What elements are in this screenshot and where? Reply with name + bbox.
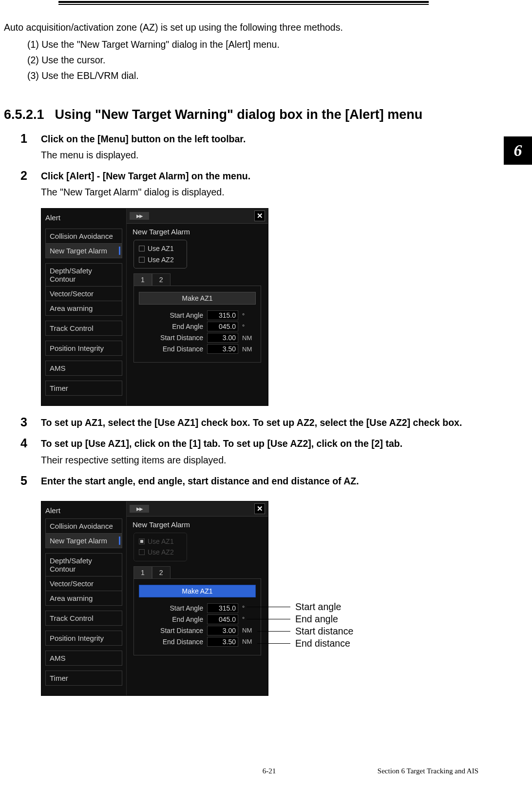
start-distance-input[interactable]: 3.00 bbox=[207, 626, 238, 635]
callout-start-distance: Start distance bbox=[295, 626, 353, 637]
use-az-panel: Use AZ1 Use AZ2 bbox=[133, 240, 187, 269]
use-az-panel: Use AZ1 Use AZ2 bbox=[133, 533, 187, 561]
sidebar-item-vector[interactable]: Vector/Sector bbox=[46, 287, 122, 301]
step-number: 1 bbox=[20, 131, 30, 163]
tab-2[interactable]: 2 bbox=[152, 566, 171, 578]
use-az1-checkbox[interactable] bbox=[139, 246, 145, 251]
unit-nm: NM bbox=[242, 346, 256, 353]
sidebar-item-collision[interactable]: Collision Avoidance bbox=[46, 229, 122, 244]
callout-line bbox=[257, 631, 290, 632]
end-distance-label: End Distance bbox=[145, 638, 203, 646]
use-az1-label: Use AZ1 bbox=[148, 243, 174, 254]
end-distance-input[interactable]: 3.50 bbox=[207, 344, 238, 354]
start-angle-label: Start Angle bbox=[145, 604, 203, 612]
page-footer: 6-21 Section 6 Target Tracking and AIS bbox=[0, 767, 532, 775]
footer-section: Section 6 Target Tracking and AIS bbox=[378, 767, 478, 775]
step-3-title: To set up AZ1, select the [Use AZ1] chec… bbox=[41, 415, 483, 431]
intro-line: Auto acquisition/activation zone (AZ) is… bbox=[4, 19, 483, 36]
unit-nm: NM bbox=[242, 334, 256, 342]
callout-line bbox=[247, 619, 290, 619]
section-heading: 6.5.2.1 Using "New Target Warning" dialo… bbox=[4, 107, 483, 122]
unit-nm: NM bbox=[242, 638, 256, 645]
callout-line bbox=[247, 607, 290, 607]
sidebar-item-track[interactable]: Track Control bbox=[46, 321, 122, 335]
start-distance-label: Start Distance bbox=[145, 627, 203, 634]
unit-deg: ° bbox=[242, 323, 256, 330]
dialog-subtitle: New Target Alarm bbox=[127, 517, 268, 533]
step-1-title: Click on the [Menu] button on the left t… bbox=[41, 131, 483, 147]
sidebar-item-depth[interactable]: Depth/Safety Contour bbox=[46, 554, 122, 576]
dialog-new-target-alarm: Alert Collision Avoidance New Target Ala… bbox=[41, 208, 268, 406]
step-number: 3 bbox=[20, 415, 30, 431]
use-az2-checkbox[interactable] bbox=[139, 549, 145, 555]
start-angle-input[interactable]: 315.0 bbox=[207, 310, 238, 320]
use-az1-checkbox[interactable] bbox=[139, 538, 145, 544]
sidebar-item-timer[interactable]: Timer bbox=[46, 671, 122, 685]
sidebar-item-position[interactable]: Position Integrity bbox=[46, 631, 122, 645]
end-angle-input[interactable]: 045.0 bbox=[207, 322, 238, 331]
step-4-text: Their respective setting items are displ… bbox=[41, 452, 483, 468]
sidebar-item-vector[interactable]: Vector/Sector bbox=[46, 576, 122, 591]
step-1-text: The menu is displayed. bbox=[41, 147, 483, 163]
end-distance-input[interactable]: 3.50 bbox=[207, 637, 238, 647]
expand-icon[interactable]: ▸▸ bbox=[130, 212, 149, 220]
step-2-text: The "New Target Alarm" dialog is display… bbox=[41, 184, 483, 200]
tab-1[interactable]: 1 bbox=[133, 273, 152, 286]
sidebar-item-depth[interactable]: Depth/Safety Contour bbox=[46, 264, 122, 287]
top-rule-thick bbox=[58, 1, 429, 3]
sidebar-item-new-target-alarm[interactable]: New Target Alarm bbox=[46, 534, 122, 548]
sidebar-item-timer[interactable]: Timer bbox=[46, 381, 122, 395]
callout-end-distance: End distance bbox=[295, 638, 350, 649]
use-az2-checkbox[interactable] bbox=[139, 257, 145, 263]
start-distance-input[interactable]: 3.00 bbox=[207, 333, 238, 343]
unit-deg: ° bbox=[242, 604, 256, 612]
section-heading-text: Using "New Target Warning" dialog box in… bbox=[55, 107, 423, 122]
sidebar-item-collision[interactable]: Collision Avoidance bbox=[46, 519, 122, 534]
start-angle-input[interactable]: 315.0 bbox=[207, 603, 238, 613]
end-angle-label: End Angle bbox=[145, 615, 203, 623]
step-number: 4 bbox=[20, 436, 30, 468]
sidebar-item-new-target-alarm[interactable]: New Target Alarm bbox=[46, 244, 122, 258]
callout-end-angle: End angle bbox=[295, 614, 338, 625]
callout-line bbox=[257, 643, 290, 644]
start-distance-label: Start Distance bbox=[145, 334, 203, 342]
make-az1-button[interactable]: Make AZ1 bbox=[139, 292, 256, 305]
dialog-new-target-alarm-2: Alert Collision Avoidance New Target Ala… bbox=[41, 501, 268, 696]
use-az2-label: Use AZ2 bbox=[148, 547, 174, 557]
unit-deg: ° bbox=[242, 312, 256, 319]
close-icon[interactable]: ✕ bbox=[254, 503, 265, 514]
end-angle-input[interactable]: 045.0 bbox=[207, 614, 238, 624]
close-icon[interactable]: ✕ bbox=[254, 211, 265, 221]
step-5-title: Enter the start angle, end angle, start … bbox=[41, 473, 483, 489]
dialog-subtitle: New Target Alarm bbox=[127, 224, 268, 240]
step-4-title: To set up [Use AZ1], click on the [1] ta… bbox=[41, 436, 483, 452]
expand-icon[interactable]: ▸▸ bbox=[130, 505, 149, 513]
tab-1[interactable]: 1 bbox=[133, 566, 152, 578]
step-number: 2 bbox=[20, 168, 30, 406]
unit-nm: NM bbox=[242, 627, 256, 634]
footer-page-number: 6-21 bbox=[161, 767, 378, 775]
chapter-side-tab: 6 bbox=[504, 136, 532, 165]
dialog-title: Alert bbox=[45, 506, 122, 515]
sidebar-item-ams[interactable]: AMS bbox=[46, 361, 122, 375]
section-heading-num: 6.5.2.1 bbox=[4, 107, 44, 122]
intro-sub-2: (2) Use the cursor. bbox=[27, 52, 483, 68]
sidebar-item-ams[interactable]: AMS bbox=[46, 651, 122, 665]
step-number: 5 bbox=[20, 473, 30, 696]
top-rule-thin bbox=[58, 4, 429, 5]
callout-start-angle: Start angle bbox=[295, 601, 341, 613]
tab-2[interactable]: 2 bbox=[152, 273, 171, 286]
sidebar-item-position[interactable]: Position Integrity bbox=[46, 341, 122, 355]
use-az1-label: Use AZ1 bbox=[148, 536, 174, 547]
step-2-title: Click [Alert] - [New Target Alarm] on th… bbox=[41, 168, 483, 184]
make-az1-button[interactable]: Make AZ1 bbox=[139, 585, 256, 597]
end-angle-label: End Angle bbox=[145, 323, 203, 330]
intro-sub-3: (3) Use the EBL/VRM dial. bbox=[27, 68, 483, 83]
intro-sub-1: (1) Use the "New Target Warning" dialog … bbox=[27, 37, 483, 52]
sidebar-item-area[interactable]: Area warning bbox=[46, 591, 122, 605]
sidebar-item-area[interactable]: Area warning bbox=[46, 301, 122, 315]
end-distance-label: End Distance bbox=[145, 345, 203, 353]
sidebar-item-track[interactable]: Track Control bbox=[46, 611, 122, 625]
dialog-title: Alert bbox=[45, 213, 60, 222]
use-az2-label: Use AZ2 bbox=[148, 254, 174, 265]
